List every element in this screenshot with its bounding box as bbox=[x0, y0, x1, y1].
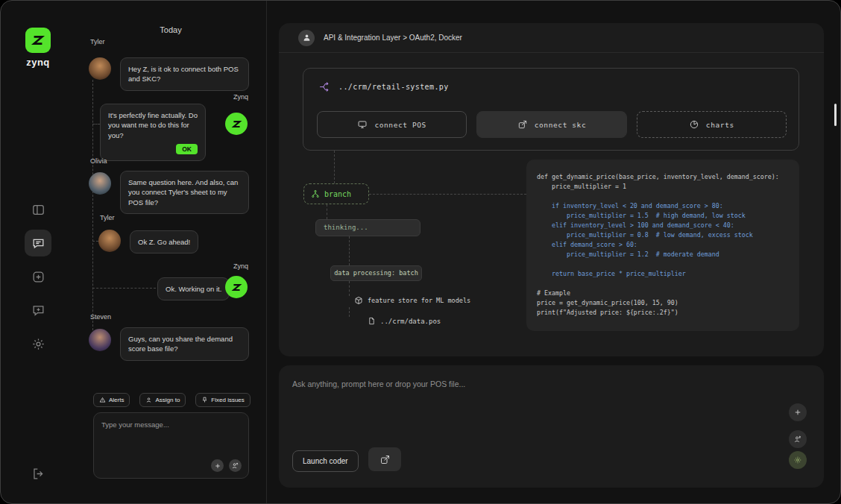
message-text: It's perfectly fine actually. Do you wan… bbox=[108, 110, 198, 140]
zynq-logo-icon bbox=[25, 28, 51, 53]
sidebar-rail: zynq bbox=[1, 1, 75, 503]
message-text: Guys, can you share the demand score bas… bbox=[128, 334, 241, 354]
message-bubble: Hey Z, is it ok to connect both POS and … bbox=[120, 57, 249, 91]
skc-icon bbox=[517, 119, 528, 130]
message-bubble: Guys, can you share the demand score bas… bbox=[120, 327, 249, 361]
breadcrumb: API & Integration Layer > OAuth2, Docker bbox=[324, 34, 462, 42]
date-header: Today bbox=[75, 25, 266, 34]
message-text: Ok Z. Go ahead! bbox=[138, 237, 190, 247]
connect-skc-label: connect skc bbox=[535, 121, 587, 129]
ok-button[interactable]: OK bbox=[176, 144, 198, 154]
message-text: Same question here. And also, can you co… bbox=[128, 177, 241, 207]
connect-pos-button[interactable]: connect POS bbox=[317, 111, 467, 138]
thread-connector bbox=[92, 288, 156, 289]
add-icon[interactable] bbox=[25, 263, 51, 290]
package-icon bbox=[354, 296, 363, 305]
flow-connector bbox=[334, 151, 335, 183]
user-upload-icon[interactable] bbox=[789, 430, 807, 448]
gear-icon[interactable] bbox=[789, 451, 807, 469]
action-buttons: connect POS connect skc charts bbox=[317, 111, 787, 138]
prompt-panel: Launch coder bbox=[279, 365, 824, 488]
file-path: ../crm/retail-system.py bbox=[338, 83, 449, 91]
message-bubble: Ok Z. Go ahead! bbox=[130, 230, 198, 253]
branch-node[interactable]: branch bbox=[303, 183, 369, 204]
message-author: Tyler bbox=[90, 38, 105, 45]
launch-coder-button[interactable]: Launch coder bbox=[292, 450, 359, 472]
compose-icon[interactable] bbox=[25, 297, 51, 324]
avatar-zynq bbox=[225, 276, 248, 298]
connect-pos-label: connect POS bbox=[374, 121, 426, 129]
workspace-panel: API & Integration Layer > OAuth2, Docker… bbox=[279, 23, 824, 356]
chat-icon[interactable] bbox=[25, 230, 51, 256]
branch-label: branch bbox=[324, 190, 351, 198]
thinking-status: thinking... bbox=[315, 219, 420, 236]
avatar-steven bbox=[89, 329, 111, 351]
fixed-issues-label: Fixed issues bbox=[211, 397, 244, 403]
file-row: ../crm/retail-system.py bbox=[318, 81, 449, 93]
scrollbar-thumb[interactable] bbox=[834, 104, 837, 126]
flow-connector bbox=[349, 236, 350, 265]
message-author: Zynq bbox=[233, 93, 248, 101]
message-author: Olivia bbox=[90, 157, 107, 165]
alerts-label: Alerts bbox=[109, 397, 124, 403]
chat-message-input[interactable] bbox=[94, 413, 248, 452]
assign-to-label: Assign to bbox=[155, 397, 180, 403]
fixed-issues-button[interactable]: Fixed issues bbox=[195, 393, 250, 407]
avatar-zynq bbox=[225, 113, 248, 135]
quick-actions: Alerts Assign to Fixed issues bbox=[93, 393, 251, 407]
connect-skc-button[interactable]: connect skc bbox=[476, 111, 626, 138]
thread-connector bbox=[92, 124, 100, 125]
prompt-input[interactable] bbox=[279, 365, 824, 436]
file-card: ../crm/retail-system.py connect POS conn… bbox=[303, 68, 799, 151]
message-author: Zynq bbox=[233, 262, 248, 270]
attach-plus-icon[interactable] bbox=[211, 459, 224, 472]
data-file-row[interactable]: ../crm/data.pos bbox=[368, 317, 441, 325]
chat-panel: Today Tyler Hey Z, is it ok to connect b… bbox=[75, 1, 267, 503]
message-bubble: Ok. Working on it. bbox=[157, 277, 230, 300]
avatar-tyler bbox=[98, 230, 121, 252]
panels-icon[interactable] bbox=[25, 196, 51, 223]
avatar-tyler bbox=[89, 57, 111, 80]
workspace-header: API & Integration Layer > OAuth2, Docker bbox=[279, 23, 824, 53]
charts-label: charts bbox=[706, 121, 734, 129]
feature-store-row: feature store for ML models bbox=[354, 296, 470, 305]
composer-buttons bbox=[211, 459, 242, 472]
data-file-label: ../crm/data.pos bbox=[380, 318, 441, 325]
agent-avatar bbox=[298, 30, 315, 46]
message-bubble: Same question here. And also, can you co… bbox=[120, 171, 249, 214]
thread-connector bbox=[92, 80, 93, 341]
flow-connector bbox=[369, 194, 526, 195]
message-text: Ok. Working on it. bbox=[166, 284, 221, 294]
charts-button[interactable]: charts bbox=[637, 111, 787, 138]
pipeline-icon bbox=[318, 81, 331, 93]
skc-tool-button[interactable] bbox=[368, 447, 401, 471]
chat-composer bbox=[93, 412, 249, 479]
message-author: Steven bbox=[90, 313, 111, 321]
feature-store-label: feature store for ML models bbox=[368, 297, 470, 304]
add-attachment-icon[interactable] bbox=[789, 403, 807, 421]
message-author: Tyler bbox=[100, 214, 115, 221]
assign-to-button[interactable]: Assign to bbox=[139, 393, 186, 407]
message-text: Hey Z, is it ok to connect both POS and … bbox=[128, 64, 241, 84]
logout-icon[interactable] bbox=[25, 460, 51, 487]
code-block: def get_dynamic_price(base_price, invent… bbox=[537, 172, 789, 318]
brand-logo: zynq bbox=[1, 28, 75, 68]
app-window: zynq Today bbox=[0, 0, 841, 504]
file-icon bbox=[368, 317, 376, 325]
avatar-olivia bbox=[89, 172, 111, 195]
message-bubble: It's perfectly fine actually. Do you wan… bbox=[100, 104, 206, 161]
flow-connector bbox=[327, 204, 327, 219]
alerts-button[interactable]: Alerts bbox=[93, 393, 130, 407]
user-upload-icon[interactable] bbox=[229, 459, 242, 472]
git-branch-icon bbox=[311, 189, 320, 198]
pos-terminal-icon bbox=[357, 119, 368, 130]
process-status: data processing: batch bbox=[330, 265, 422, 281]
skc-icon bbox=[379, 454, 391, 465]
flow-connector bbox=[349, 281, 350, 296]
settings-icon[interactable] bbox=[25, 330, 51, 357]
brand-name: zynq bbox=[1, 57, 75, 68]
flow-connector bbox=[349, 307, 350, 317]
pie-chart-icon bbox=[689, 119, 699, 130]
thread-connector bbox=[92, 241, 98, 242]
code-panel: def get_dynamic_price(base_price, invent… bbox=[526, 160, 799, 331]
